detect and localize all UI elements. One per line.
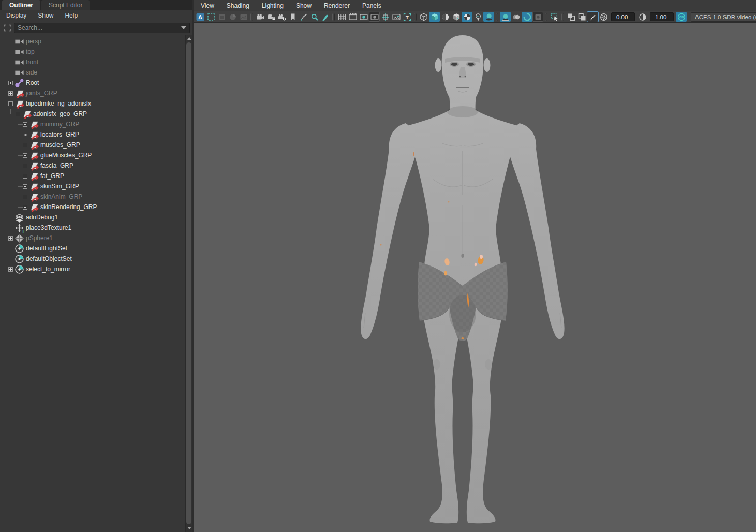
antialias-button[interactable] bbox=[522, 12, 532, 22]
dof-button[interactable] bbox=[532, 12, 543, 22]
transform-icon bbox=[29, 171, 39, 181]
outliner-item-glueMuscles_GRP[interactable]: glueMuscles_GRP bbox=[7, 150, 185, 160]
marquee-button[interactable] bbox=[205, 12, 216, 22]
outliner-item-top[interactable]: top bbox=[7, 47, 185, 57]
expander[interactable] bbox=[7, 78, 14, 88]
tab-script-editor[interactable]: Script Editor bbox=[41, 0, 90, 10]
pen-button[interactable] bbox=[320, 12, 331, 22]
search-input[interactable] bbox=[18, 24, 181, 32]
expander[interactable] bbox=[22, 119, 29, 129]
outliner-item-defaultLightSet[interactable]: defaultLightSet bbox=[7, 243, 185, 254]
scroll-up-icon[interactable] bbox=[186, 35, 192, 42]
cube-shaded-button[interactable] bbox=[429, 12, 440, 22]
filter-icon[interactable] bbox=[3, 24, 11, 32]
image-dim-button[interactable] bbox=[238, 12, 249, 22]
viewport-canvas[interactable] bbox=[194, 23, 756, 532]
film-gate-button[interactable] bbox=[347, 12, 358, 22]
bookmark-button[interactable] bbox=[287, 12, 298, 22]
outliner-item-Root[interactable]: Root bbox=[7, 78, 185, 88]
outliner-item-joints_GRP[interactable]: joints_GRP bbox=[7, 88, 185, 98]
res-gate-button[interactable] bbox=[358, 12, 369, 22]
viewport-menu-renderer[interactable]: Renderer bbox=[324, 2, 350, 9]
a-badge-button[interactable]: A bbox=[195, 12, 205, 22]
exposure-field[interactable]: 0.00 bbox=[611, 12, 635, 21]
tab-outliner[interactable]: Outliner bbox=[2, 0, 40, 10]
gamma-field[interactable]: 1.00 bbox=[650, 12, 674, 21]
camera-gear-button[interactable] bbox=[276, 12, 287, 22]
view-transform-dropdown[interactable]: ACES 1.0 SDR-video (sRGB) bbox=[691, 12, 756, 22]
sphere-checker-button[interactable] bbox=[462, 12, 472, 22]
outliner-menu-show[interactable]: Show bbox=[38, 12, 53, 19]
outliner-scrollbar[interactable] bbox=[185, 35, 192, 532]
expander[interactable] bbox=[14, 109, 22, 119]
expander[interactable] bbox=[7, 264, 14, 274]
outliner-item-mummy_GRP[interactable]: mummy_GRP bbox=[7, 119, 185, 129]
expander[interactable] bbox=[7, 98, 14, 109]
outliner-item-adnDebug1[interactable]: adnDebug1 bbox=[7, 212, 185, 223]
viewport-menu-shading[interactable]: Shading bbox=[227, 2, 249, 9]
outliner-item-fat_GRP[interactable]: fat_GRP bbox=[7, 171, 185, 181]
exposure-icon[interactable] bbox=[598, 12, 609, 22]
gate-mask-button[interactable] bbox=[369, 12, 380, 22]
square-dim-button[interactable] bbox=[216, 12, 227, 22]
select-cursor-button[interactable] bbox=[549, 12, 560, 22]
expander[interactable] bbox=[7, 233, 14, 243]
outliner-item-fascia_GRP[interactable]: fascia_GRP bbox=[7, 160, 185, 171]
ao-button[interactable] bbox=[500, 12, 511, 22]
pan-zoom-button[interactable] bbox=[309, 12, 320, 22]
camera-lock-button[interactable] bbox=[265, 12, 276, 22]
pie-dim-button[interactable] bbox=[227, 12, 238, 22]
outliner-item-place3dTexture1[interactable]: Tplace3dTexture1 bbox=[7, 223, 185, 233]
cube-wire-button[interactable] bbox=[418, 12, 429, 22]
expander[interactable] bbox=[7, 88, 14, 98]
shadows-button[interactable] bbox=[483, 12, 494, 22]
field-chart-button[interactable] bbox=[380, 12, 391, 22]
outliner-item-bipedmike_rig_adonisfx[interactable]: bipedmike_rig_adonisfx bbox=[7, 98, 185, 109]
outliner-menu-display[interactable]: Display bbox=[6, 12, 26, 19]
body-mesh[interactable] bbox=[361, 35, 564, 523]
outliner-item-side[interactable]: side bbox=[7, 67, 185, 78]
viewport-menu-lighting[interactable]: Lighting bbox=[262, 2, 284, 9]
isolate-a-button[interactable] bbox=[566, 12, 576, 22]
expander[interactable] bbox=[22, 150, 29, 160]
camera-icon bbox=[14, 67, 24, 78]
expander[interactable] bbox=[22, 171, 29, 181]
gamma-icon[interactable] bbox=[637, 12, 648, 22]
search-options-arrow-icon[interactable] bbox=[181, 26, 186, 29]
outliner-item-select_to_mirror[interactable]: select_to_mirror bbox=[7, 264, 185, 274]
grease-pencil-button[interactable] bbox=[298, 12, 309, 22]
sphere-half-button[interactable] bbox=[440, 12, 451, 22]
camera-button[interactable] bbox=[255, 12, 265, 22]
color-management-toggle[interactable]: ON bbox=[676, 12, 687, 22]
expander[interactable] bbox=[22, 202, 29, 212]
outliner-item-skinAnim_GRP[interactable]: skinAnim_GRP bbox=[7, 191, 185, 202]
outliner-item-skinRendering_GRP[interactable]: skinRendering_GRP bbox=[7, 202, 185, 212]
outliner-item-locators_GRP[interactable]: locators_GRP bbox=[7, 129, 185, 140]
viewport-menu-panels[interactable]: Panels bbox=[362, 2, 381, 9]
outliner-item-skinSim_GRP[interactable]: skinSim_GRP bbox=[7, 181, 185, 191]
motion-blur-button[interactable] bbox=[511, 12, 522, 22]
outliner-item-persp[interactable]: persp bbox=[7, 36, 185, 47]
expander[interactable] bbox=[22, 191, 29, 202]
expander[interactable] bbox=[22, 140, 29, 150]
search-box[interactable] bbox=[14, 23, 190, 33]
outliner-item-defaultObjectSet[interactable]: defaultObjectSet bbox=[7, 254, 185, 264]
scrollbar-handle[interactable] bbox=[186, 42, 191, 524]
viewport-menu-view[interactable]: View bbox=[201, 2, 214, 9]
outliner-item-adonisfx_geo_GRP[interactable]: adonisfx_geo_GRP bbox=[7, 109, 185, 119]
outliner-item-muscles_GRP[interactable]: muscles_GRP bbox=[7, 140, 185, 150]
outliner-item-pSphere1[interactable]: pSphere1 bbox=[7, 233, 185, 243]
safe-view-button[interactable] bbox=[391, 12, 402, 22]
grid-button[interactable] bbox=[336, 12, 347, 22]
cube-textured-button[interactable] bbox=[451, 12, 462, 22]
scroll-down-icon[interactable] bbox=[186, 525, 192, 531]
expander[interactable] bbox=[22, 160, 29, 171]
outliner-menu-help[interactable]: Help bbox=[65, 12, 78, 19]
viewport-menu-show[interactable]: Show bbox=[296, 2, 312, 9]
title-safe-button[interactable]: T bbox=[402, 12, 412, 22]
outliner-item-front[interactable]: front bbox=[7, 57, 185, 67]
expander[interactable] bbox=[22, 181, 29, 191]
isolate-b-button[interactable] bbox=[576, 12, 587, 22]
bulb-button[interactable] bbox=[472, 12, 483, 22]
annotate-button[interactable] bbox=[587, 12, 598, 22]
